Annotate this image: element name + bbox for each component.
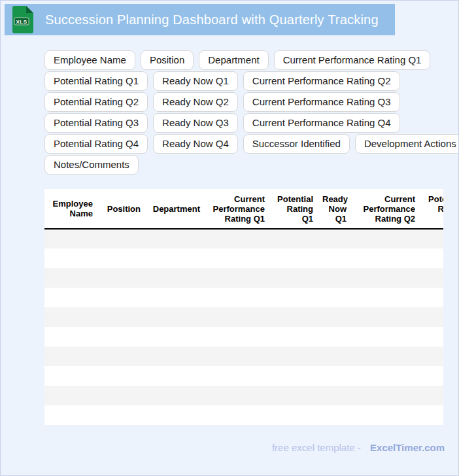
chip-ready-now-q3[interactable]: Ready Now Q3: [153, 113, 238, 133]
chip-notes-comments[interactable]: Notes/Comments: [44, 155, 139, 175]
field-chips: Employee NamePositionDepartmentCurrent P…: [44, 50, 447, 175]
table-row: [44, 288, 443, 307]
chip-department[interactable]: Department: [199, 50, 268, 70]
chip-row: Employee NamePositionDepartmentCurrent P…: [44, 50, 447, 70]
empty-cell: [44, 327, 443, 347]
column-header-ready-now-q1: Ready Now Q1: [318, 189, 351, 229]
table-row: [44, 229, 443, 248]
chip-current-performance-rating-q4[interactable]: Current Performance Rating Q4: [243, 113, 400, 133]
xls-file-icon: XLS: [12, 6, 33, 33]
title-bar: XLS Succession Planning Dashboard with Q…: [5, 4, 395, 35]
empty-cell: [44, 229, 443, 248]
table-header-row: Employee NamePositionDepartmentCurrent P…: [44, 189, 443, 229]
spreadsheet-preview: Employee NamePositionDepartmentCurrent P…: [44, 189, 443, 425]
chip-ready-now-q1[interactable]: Ready Now Q1: [153, 71, 238, 91]
footer-brand-link[interactable]: ExcelTimer.com: [370, 442, 445, 453]
chip-row: Potential Rating Q1Ready Now Q1Current P…: [44, 71, 447, 91]
table-row: [44, 347, 443, 366]
chip-row: Potential Rating Q3Ready Now Q3Current P…: [44, 113, 447, 133]
column-header-potential-rating-q2: Potential Rating Q2: [420, 189, 443, 229]
footer-text: free excel template -: [272, 442, 361, 453]
column-header-current-performance-rating-q2: Current Performance Rating Q2: [351, 189, 420, 229]
chip-current-performance-rating-q1[interactable]: Current Performance Rating Q1: [274, 50, 431, 70]
chip-employee-name[interactable]: Employee Name: [44, 50, 135, 70]
chip-potential-rating-q3[interactable]: Potential Rating Q3: [44, 113, 148, 133]
column-header-current-performance-rating-q1: Current Performance Rating Q1: [205, 189, 269, 229]
table-row: [44, 307, 443, 327]
table-row: [44, 405, 443, 425]
chip-potential-rating-q2[interactable]: Potential Rating Q2: [44, 92, 148, 112]
chip-ready-now-q2[interactable]: Ready Now Q2: [153, 92, 238, 112]
page: XLS Succession Planning Dashboard with Q…: [0, 0, 459, 476]
empty-cell: [44, 248, 443, 268]
table-row: [44, 268, 443, 288]
empty-cell: [44, 288, 443, 307]
column-header-potential-rating-q1: Potential Rating Q1: [269, 189, 318, 229]
chip-development-actions[interactable]: Development Actions: [355, 134, 459, 154]
chip-successor-identified[interactable]: Successor Identified: [243, 134, 350, 154]
empty-cell: [44, 405, 443, 425]
footer: free excel template - ExcelTimer.com: [1, 442, 458, 453]
table-row: [44, 366, 443, 386]
page-title: Succession Planning Dashboard with Quart…: [45, 12, 379, 27]
column-header-position: Position: [97, 189, 145, 229]
chip-row: Potential Rating Q2Ready Now Q2Current P…: [44, 92, 447, 112]
chip-row: Potential Rating Q4Ready Now Q4Successor…: [44, 134, 447, 154]
chip-current-performance-rating-q2[interactable]: Current Performance Rating Q2: [243, 71, 400, 91]
chip-potential-rating-q4[interactable]: Potential Rating Q4: [44, 134, 148, 154]
empty-cell: [44, 307, 443, 327]
table-body: [44, 229, 443, 425]
xls-icon-label: XLS: [16, 19, 27, 25]
empty-cell: [44, 366, 443, 386]
chip-row: Notes/Comments: [44, 155, 447, 175]
empty-cell: [44, 386, 443, 405]
chip-position[interactable]: Position: [141, 50, 194, 70]
spreadsheet-table: Employee NamePositionDepartmentCurrent P…: [44, 189, 443, 425]
table-row: [44, 386, 443, 405]
chip-current-performance-rating-q3[interactable]: Current Performance Rating Q3: [243, 92, 400, 112]
table-row: [44, 248, 443, 268]
chip-ready-now-q4[interactable]: Ready Now Q4: [153, 134, 238, 154]
column-header-employee-name: Employee Name: [44, 189, 97, 229]
table-row: [44, 327, 443, 347]
empty-cell: [44, 268, 443, 288]
column-header-department: Department: [145, 189, 205, 229]
empty-cell: [44, 347, 443, 366]
chip-potential-rating-q1[interactable]: Potential Rating Q1: [44, 71, 148, 91]
